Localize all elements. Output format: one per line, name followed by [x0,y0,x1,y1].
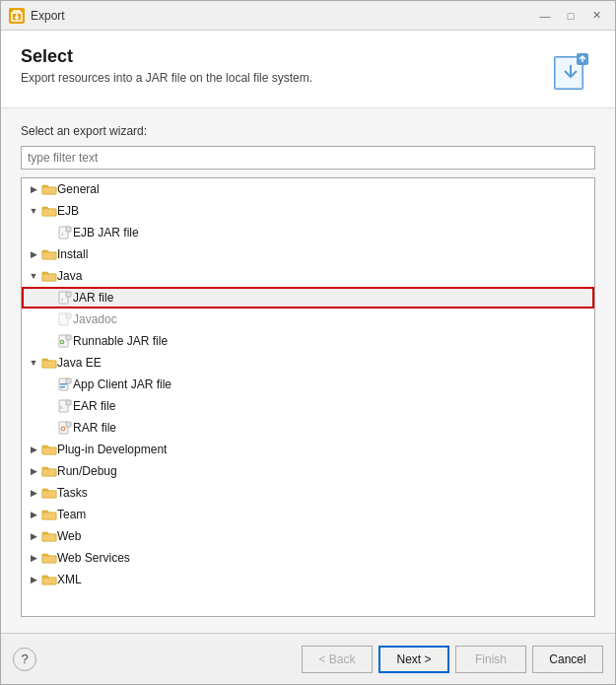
wizard-label: Select an export wizard: [21,124,595,138]
tree-item-javadoc[interactable]: Javadoc [22,308,594,330]
expand-icon-tasks[interactable]: ▶ [26,485,41,501]
next-button[interactable]: Next > [378,646,449,673]
tree-item-ejb-jar-file[interactable]: J EJB JAR file [22,222,594,243]
file-icon-runnable-jar [57,334,73,348]
expand-icon-java-ee[interactable]: ▼ [26,355,41,371]
back-button[interactable]: < Back [302,646,373,673]
tree-item-plugin[interactable]: ▶ Plug-in Development [22,439,594,460]
item-label-ejb: EJB [57,204,79,218]
item-label-java: Java [57,269,82,283]
tree-item-team[interactable]: ▶ Team [22,504,594,525]
tree-item-run-debug[interactable]: ▶ Run/Debug [22,460,594,482]
expand-icon-ejb[interactable]: ▼ [26,203,41,219]
tree-item-tasks[interactable]: ▶ Tasks [22,482,594,504]
tree-item-ear-file[interactable]: E EAR file [22,395,594,417]
svg-rect-29 [66,400,71,405]
svg-text:J: J [61,232,63,237]
folder-icon-web-services [41,551,57,565]
tree-item-general[interactable]: ▶ General [22,178,594,200]
expand-icon-java[interactable]: ▼ [26,268,41,284]
close-button[interactable]: ✕ [585,5,607,27]
export-window: Export — □ ✕ Select Export resources int… [0,0,616,685]
footer-buttons: < Back Next > Finish Cancel [302,646,603,673]
file-icon-rar [57,421,73,435]
cancel-button[interactable]: Cancel [532,646,603,673]
svg-rect-38 [42,534,56,541]
expand-icon-general[interactable]: ▶ [26,181,41,197]
folder-icon-install [41,247,57,261]
file-icon-ejb-jar: J [57,226,73,240]
tree-item-xml[interactable]: ▶ XML [22,569,594,590]
tree-item-web[interactable]: ▶ Web [22,525,594,547]
page-title: Select [21,46,312,67]
maximize-button[interactable]: □ [560,5,582,27]
expand-icon-team[interactable]: ▶ [26,507,41,522]
svg-rect-37 [42,513,56,519]
svg-text:J: J [61,297,63,302]
tree-item-runnable-jar[interactable]: Runnable JAR file [22,330,594,352]
footer: ? < Back Next > Finish Cancel [1,633,615,684]
svg-rect-23 [42,361,56,368]
tree-item-rar-file[interactable]: RAR file [22,417,594,439]
tree-container[interactable]: ▶ General ▼ EJB [21,177,595,617]
expand-icon-run-debug[interactable]: ▶ [26,463,41,479]
finish-button[interactable]: Finish [455,646,526,673]
filter-input[interactable] [21,146,595,170]
window-title: Export [31,9,65,23]
header-text: Select Export resources into a JAR file … [21,46,312,85]
item-label-ejb-jar-file: EJB JAR file [73,226,139,240]
svg-rect-34 [42,447,56,454]
folder-icon-plugin [41,443,57,456]
expand-icon-plugin[interactable]: ▶ [26,442,41,457]
tree-item-ejb[interactable]: ▼ EJB [22,200,594,222]
minimize-button[interactable]: — [534,5,556,27]
item-label-jar-file: JAR file [73,291,113,305]
svg-rect-32 [66,422,71,427]
svg-rect-35 [42,469,56,476]
file-icon-app-client [57,377,73,391]
help-button[interactable]: ? [13,648,36,671]
svg-rect-8 [42,209,56,216]
item-label-java-ee: Java EE [57,356,102,370]
folder-icon-general [41,182,57,196]
expand-icon-install[interactable]: ▶ [26,246,41,262]
expand-icon-web-services[interactable]: ▶ [26,550,41,566]
folder-icon-web [41,529,57,543]
page-description: Export resources into a JAR file on the … [21,71,312,85]
tree-item-jar-file[interactable]: J JAR file [22,287,594,308]
svg-rect-18 [66,313,71,318]
main-section: Select an export wizard: ▶ General ▼ EJB [1,108,615,633]
item-label-run-debug: Run/Debug [57,464,117,478]
folder-icon-team [41,508,57,521]
tree-item-java-ee[interactable]: ▼ Java EE [22,352,594,374]
svg-rect-27 [60,386,65,388]
svg-rect-20 [66,335,71,340]
folder-icon-tasks [41,486,57,500]
svg-rect-26 [60,383,67,385]
expand-icon-web[interactable]: ▶ [26,528,41,544]
item-label-tasks: Tasks [57,486,88,500]
expand-icon-xml[interactable]: ▶ [26,572,41,587]
item-label-install: Install [57,247,88,261]
svg-rect-10 [66,227,71,232]
svg-rect-15 [66,292,71,297]
tree-item-web-services[interactable]: ▶ Web Services [22,547,594,569]
window-icon [9,8,25,24]
tree-item-java[interactable]: ▼ Java [22,265,594,287]
item-label-team: Team [57,508,86,521]
tree-item-app-client-jar[interactable]: App Client JAR file [22,374,594,395]
item-label-xml: XML [57,573,82,586]
footer-left: ? [13,648,36,671]
file-icon-ear: E [57,399,73,413]
header-section: Select Export resources into a JAR file … [1,31,615,108]
item-label-runnable-jar: Runnable JAR file [73,334,168,348]
tree-item-install[interactable]: ▶ Install [22,243,594,265]
titlebar: Export — □ ✕ [1,1,615,31]
svg-rect-25 [66,378,71,383]
header-icon [546,46,595,96]
item-label-general: General [57,182,100,196]
titlebar-controls: — □ ✕ [534,5,607,27]
svg-rect-39 [42,556,56,563]
folder-icon-xml [41,573,57,586]
svg-rect-36 [42,491,56,498]
